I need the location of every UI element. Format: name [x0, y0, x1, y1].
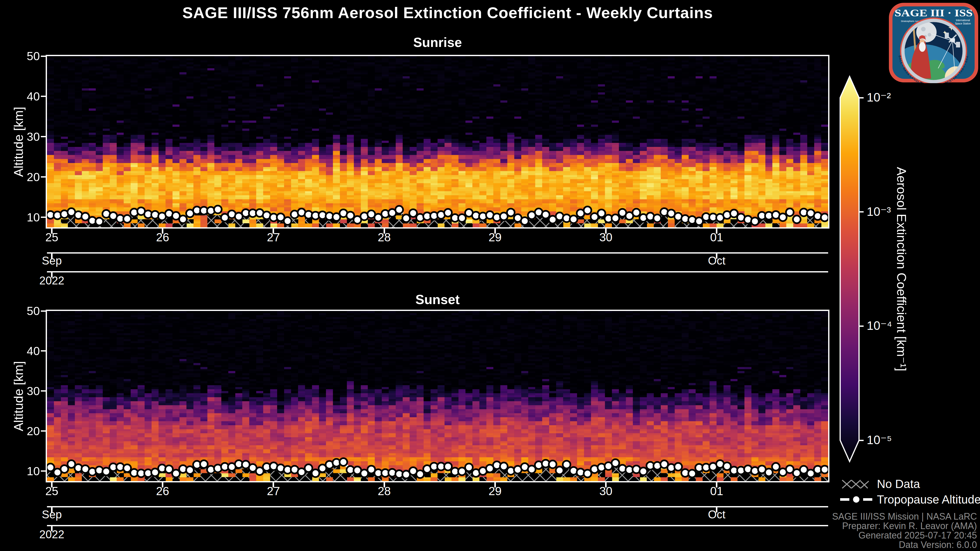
- attribution-preparer: Preparer: Kevin R. Leavor (AMA): [832, 521, 977, 530]
- y-axis-tick-label: 40: [0, 90, 40, 103]
- sunrise-heatmap-canvas: [47, 56, 828, 227]
- y-axis-tick-label: 20: [0, 170, 40, 184]
- sage-iii-iss-logo: SAGE III · ISS Stratospheric Aerosol and…: [888, 2, 979, 83]
- x-axis-day-label: 25: [34, 230, 70, 244]
- colorbar-tick: [859, 440, 864, 441]
- y-axis-tick-label: 30: [0, 384, 40, 398]
- y-axis-tick: [41, 136, 46, 137]
- sunset-heatmap-canvas: [47, 311, 828, 481]
- attribution-block: SAGE III/ISS Mission | NASA LaRC Prepare…: [832, 512, 977, 549]
- month-axis-label: Oct: [691, 508, 742, 521]
- y-axis-tick-label: 40: [0, 345, 40, 358]
- logo-subtitle-right-2: Space Station: [955, 22, 971, 25]
- logo-title: SAGE III · ISS: [894, 7, 973, 19]
- y-axis-tick: [41, 56, 46, 57]
- x-axis-day-label: 01: [699, 484, 735, 498]
- colorbar-tick-label: 10⁻²: [867, 91, 891, 104]
- x-axis-day-label: 28: [366, 230, 402, 244]
- x-axis-day-label: 01: [699, 230, 735, 244]
- figure: SAGE III/ISS 756nm Aerosol Extinction Co…: [0, 0, 980, 551]
- attribution-version: Data Version: 6.0.0: [832, 540, 977, 549]
- tropopause-legend-label: Tropopause Altitude: [877, 493, 980, 506]
- colorbar-label: Aerosol Extinction Coefficient [km⁻¹]: [894, 167, 909, 371]
- attribution-mission: SAGE III/ISS Mission | NASA LaRC: [832, 512, 977, 521]
- month-axis-label: Oct: [691, 254, 742, 267]
- y-axis-tick-label: 50: [0, 304, 40, 318]
- month-axis-line: [47, 252, 828, 254]
- x-axis-day-label: 26: [145, 230, 180, 244]
- logo-moon-crater: [921, 27, 926, 32]
- x-axis-day-label: 26: [145, 484, 180, 498]
- x-axis-day-label: 29: [477, 230, 513, 244]
- colorbar-tick: [859, 326, 864, 327]
- x-axis-day-label: 25: [34, 484, 70, 498]
- colorbar-tick-label: 10⁻⁴: [867, 319, 892, 333]
- logo-moon-crater: [928, 33, 931, 37]
- year-axis-label: 2022: [26, 274, 77, 287]
- colorbar-tick: [859, 97, 864, 98]
- x-axis-day-label: 30: [588, 484, 624, 498]
- colorbar-gradient-bar: [840, 76, 859, 462]
- month-axis-label: Sep: [26, 254, 77, 267]
- x-axis-day-label: 28: [366, 484, 402, 498]
- no-data-legend-icon: [841, 478, 871, 490]
- year-axis-label: 2022: [26, 528, 77, 541]
- y-axis-tick-label: 10: [0, 465, 40, 478]
- x-axis-day-label: 27: [256, 484, 291, 498]
- year-axis-line: [47, 525, 828, 526]
- month-axis-line: [47, 506, 828, 507]
- colorbar-tick-label: 10⁻³: [867, 205, 891, 219]
- y-axis-tick: [41, 217, 46, 218]
- y-axis-tick: [41, 350, 46, 351]
- colorbar-tick-label: 10⁻⁵: [867, 433, 892, 447]
- sunrise-panel-title: Sunrise: [47, 35, 828, 50]
- no-data-legend-label: No Data: [877, 478, 920, 490]
- y-axis-tick: [41, 176, 46, 178]
- y-axis-tick-label: 50: [0, 49, 40, 63]
- y-axis-tick: [41, 310, 46, 312]
- colorbar-label-box: Aerosol Extinction Coefficient [km⁻¹]: [886, 98, 917, 440]
- attribution-generated: Generated 2025-07-17 20:45: [832, 530, 977, 540]
- tropopause-legend-icon: [840, 494, 873, 505]
- month-axis-label: Sep: [26, 508, 77, 521]
- logo-subtitle-right-1: International: [956, 19, 970, 22]
- y-axis-tick: [41, 96, 46, 97]
- colorbar-tick: [859, 211, 864, 213]
- y-axis-tick: [41, 430, 46, 432]
- page-title: SAGE III/ISS 756nm Aerosol Extinction Co…: [47, 3, 848, 22]
- sunset-panel-title: Sunset: [47, 292, 828, 307]
- y-axis-tick-label: 30: [0, 130, 40, 143]
- y-axis-tick: [41, 470, 46, 472]
- y-axis-tick: [41, 390, 46, 392]
- year-axis-line: [47, 271, 828, 272]
- x-axis-day-label: 30: [588, 230, 624, 244]
- y-axis-tick-label: 20: [0, 424, 40, 438]
- x-axis-day-label: 27: [256, 230, 291, 244]
- y-axis-tick-label: 10: [0, 211, 40, 224]
- x-axis-day-label: 29: [477, 484, 513, 498]
- colorbar: [835, 71, 870, 469]
